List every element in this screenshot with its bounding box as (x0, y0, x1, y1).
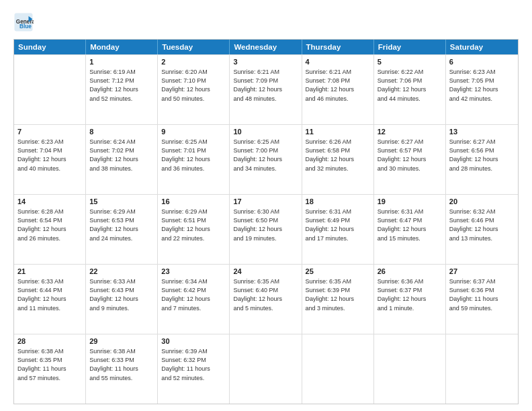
day-header-saturday: Saturday (446, 40, 518, 54)
day-cell-3: 3Sunrise: 6:21 AMSunset: 7:09 PMDaylight… (230, 55, 302, 124)
day-cell-25: 25Sunrise: 6:35 AMSunset: 6:39 PMDayligh… (302, 265, 374, 334)
day-number: 19 (378, 197, 442, 207)
day-info: Sunrise: 6:19 AMSunset: 7:12 PMDaylight:… (89, 68, 154, 103)
week-row-0: 1Sunrise: 6:19 AMSunset: 7:12 PMDaylight… (14, 54, 518, 124)
day-info: Sunrise: 6:31 AMSunset: 6:49 PMDaylight:… (306, 208, 370, 242)
day-cell-21: 21Sunrise: 6:33 AMSunset: 6:44 PMDayligh… (14, 265, 86, 334)
day-info: Sunrise: 6:34 AMSunset: 6:42 PMDaylight:… (161, 277, 226, 312)
day-number: 29 (89, 336, 154, 347)
day-info: Sunrise: 6:23 AMSunset: 7:04 PMDaylight:… (17, 138, 82, 173)
day-cell-9: 9Sunrise: 6:25 AMSunset: 7:01 PMDaylight… (158, 125, 230, 194)
day-info: Sunrise: 6:29 AMSunset: 6:51 PMDaylight:… (161, 208, 226, 242)
day-number: 28 (17, 336, 82, 347)
svg-text:Blue: Blue (19, 24, 32, 30)
calendar-body: 1Sunrise: 6:19 AMSunset: 7:12 PMDaylight… (14, 54, 518, 404)
day-number: 11 (306, 127, 370, 137)
empty-cell (14, 55, 86, 124)
day-cell-8: 8Sunrise: 6:24 AMSunset: 7:02 PMDaylight… (86, 125, 158, 194)
day-info: Sunrise: 6:30 AMSunset: 6:50 PMDaylight:… (233, 208, 298, 242)
day-info: Sunrise: 6:31 AMSunset: 6:47 PMDaylight:… (378, 208, 442, 242)
calendar: SundayMondayTuesdayWednesdayThursdayFrid… (13, 39, 519, 404)
day-number: 2 (161, 57, 226, 67)
day-number: 12 (378, 127, 442, 137)
day-number: 10 (233, 127, 298, 137)
day-cell-2: 2Sunrise: 6:20 AMSunset: 7:10 PMDaylight… (158, 55, 230, 124)
calendar-header: SundayMondayTuesdayWednesdayThursdayFrid… (14, 40, 518, 54)
day-cell-13: 13Sunrise: 6:27 AMSunset: 6:56 PMDayligh… (446, 125, 518, 194)
day-cell-19: 19Sunrise: 6:31 AMSunset: 6:47 PMDayligh… (374, 195, 446, 264)
day-number: 3 (233, 57, 298, 67)
day-cell-6: 6Sunrise: 6:23 AMSunset: 7:05 PMDaylight… (446, 55, 518, 124)
week-row-4: 28Sunrise: 6:38 AMSunset: 6:35 PMDayligh… (14, 334, 518, 404)
day-cell-17: 17Sunrise: 6:30 AMSunset: 6:50 PMDayligh… (230, 195, 302, 264)
day-number: 4 (306, 57, 370, 67)
day-info: Sunrise: 6:21 AMSunset: 7:09 PMDaylight:… (233, 68, 298, 103)
day-cell-4: 4Sunrise: 6:21 AMSunset: 7:08 PMDaylight… (302, 55, 374, 124)
day-cell-24: 24Sunrise: 6:35 AMSunset: 6:40 PMDayligh… (230, 265, 302, 334)
day-number: 22 (89, 267, 154, 277)
day-info: Sunrise: 6:20 AMSunset: 7:10 PMDaylight:… (161, 68, 226, 103)
day-number: 24 (233, 267, 298, 277)
day-info: Sunrise: 6:25 AMSunset: 7:01 PMDaylight:… (161, 138, 226, 173)
week-row-1: 7Sunrise: 6:23 AMSunset: 7:04 PMDaylight… (14, 124, 518, 194)
page-header: General Blue (13, 12, 519, 32)
day-cell-26: 26Sunrise: 6:36 AMSunset: 6:37 PMDayligh… (374, 265, 446, 334)
day-info: Sunrise: 6:27 AMSunset: 6:57 PMDaylight:… (378, 138, 442, 173)
week-row-2: 14Sunrise: 6:28 AMSunset: 6:54 PMDayligh… (14, 194, 518, 264)
day-number: 23 (161, 267, 226, 277)
day-info: Sunrise: 6:38 AMSunset: 6:35 PMDaylight:… (17, 347, 82, 382)
day-cell-15: 15Sunrise: 6:29 AMSunset: 6:53 PMDayligh… (86, 195, 158, 264)
day-info: Sunrise: 6:37 AMSunset: 6:36 PMDaylight:… (449, 277, 515, 312)
day-cell-22: 22Sunrise: 6:33 AMSunset: 6:43 PMDayligh… (86, 265, 158, 334)
day-cell-29: 29Sunrise: 6:38 AMSunset: 6:33 PMDayligh… (86, 334, 158, 404)
day-header-friday: Friday (374, 40, 446, 54)
day-number: 1 (89, 57, 154, 67)
day-info: Sunrise: 6:28 AMSunset: 6:54 PMDaylight:… (17, 208, 82, 242)
day-cell-18: 18Sunrise: 6:31 AMSunset: 6:49 PMDayligh… (302, 195, 374, 264)
day-number: 13 (449, 127, 515, 137)
logo: General Blue (13, 12, 34, 32)
day-number: 7 (17, 127, 82, 137)
day-number: 21 (17, 267, 82, 277)
day-info: Sunrise: 6:36 AMSunset: 6:37 PMDaylight:… (378, 277, 442, 312)
day-info: Sunrise: 6:35 AMSunset: 6:40 PMDaylight:… (233, 277, 298, 312)
day-cell-5: 5Sunrise: 6:22 AMSunset: 7:06 PMDaylight… (374, 55, 446, 124)
day-cell-14: 14Sunrise: 6:28 AMSunset: 6:54 PMDayligh… (14, 195, 86, 264)
day-cell-16: 16Sunrise: 6:29 AMSunset: 6:51 PMDayligh… (158, 195, 230, 264)
day-cell-28: 28Sunrise: 6:38 AMSunset: 6:35 PMDayligh… (14, 334, 86, 404)
day-number: 8 (89, 127, 154, 137)
day-cell-10: 10Sunrise: 6:25 AMSunset: 7:00 PMDayligh… (230, 125, 302, 194)
day-cell-7: 7Sunrise: 6:23 AMSunset: 7:04 PMDaylight… (14, 125, 86, 194)
day-number: 27 (449, 267, 515, 277)
day-number: 14 (17, 197, 82, 207)
logo-icon: General Blue (13, 12, 34, 32)
day-cell-30: 30Sunrise: 6:39 AMSunset: 6:32 PMDayligh… (158, 334, 230, 404)
day-number: 26 (378, 267, 442, 277)
day-cell-20: 20Sunrise: 6:32 AMSunset: 6:46 PMDayligh… (446, 195, 518, 264)
day-number: 6 (449, 57, 515, 67)
empty-cell (230, 334, 302, 404)
day-number: 25 (306, 267, 370, 277)
day-cell-1: 1Sunrise: 6:19 AMSunset: 7:12 PMDaylight… (86, 55, 158, 124)
day-number: 16 (161, 197, 226, 207)
empty-cell (302, 334, 374, 404)
day-header-monday: Monday (86, 40, 158, 54)
day-info: Sunrise: 6:39 AMSunset: 6:32 PMDaylight:… (161, 347, 226, 382)
empty-cell (446, 334, 518, 404)
week-row-3: 21Sunrise: 6:33 AMSunset: 6:44 PMDayligh… (14, 264, 518, 334)
day-number: 17 (233, 197, 298, 207)
day-info: Sunrise: 6:33 AMSunset: 6:44 PMDaylight:… (17, 277, 82, 312)
day-number: 20 (449, 197, 515, 207)
day-number: 30 (161, 336, 226, 347)
day-info: Sunrise: 6:33 AMSunset: 6:43 PMDaylight:… (89, 277, 154, 312)
day-number: 9 (161, 127, 226, 137)
day-info: Sunrise: 6:38 AMSunset: 6:33 PMDaylight:… (89, 347, 154, 382)
day-number: 5 (378, 57, 442, 67)
day-info: Sunrise: 6:26 AMSunset: 6:58 PMDaylight:… (306, 138, 370, 173)
empty-cell (374, 334, 446, 404)
day-cell-23: 23Sunrise: 6:34 AMSunset: 6:42 PMDayligh… (158, 265, 230, 334)
day-number: 18 (306, 197, 370, 207)
day-cell-11: 11Sunrise: 6:26 AMSunset: 6:58 PMDayligh… (302, 125, 374, 194)
day-info: Sunrise: 6:25 AMSunset: 7:00 PMDaylight:… (233, 138, 298, 173)
day-info: Sunrise: 6:32 AMSunset: 6:46 PMDaylight:… (449, 208, 515, 242)
